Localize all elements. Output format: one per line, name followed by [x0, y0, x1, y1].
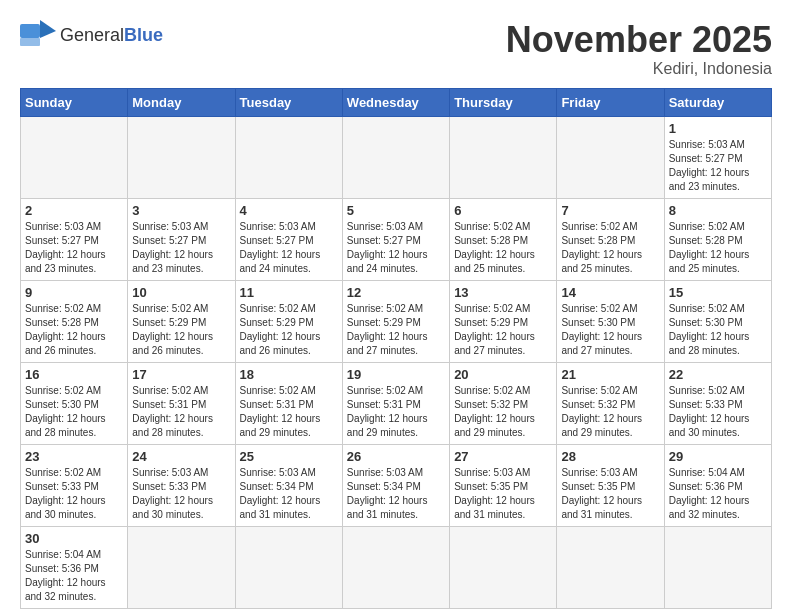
logo-icon: [20, 20, 56, 50]
day-info: Sunrise: 5:04 AM Sunset: 5:36 PM Dayligh…: [669, 466, 767, 522]
calendar-day-cell: 22Sunrise: 5:02 AM Sunset: 5:33 PM Dayli…: [664, 362, 771, 444]
calendar-day-cell: [342, 116, 449, 198]
calendar-title: November 2025: [506, 20, 772, 60]
calendar-day-cell: 26Sunrise: 5:03 AM Sunset: 5:34 PM Dayli…: [342, 444, 449, 526]
calendar-week-row: 23Sunrise: 5:02 AM Sunset: 5:33 PM Dayli…: [21, 444, 772, 526]
day-number: 10: [132, 285, 230, 300]
calendar-week-row: 16Sunrise: 5:02 AM Sunset: 5:30 PM Dayli…: [21, 362, 772, 444]
weekday-header: Monday: [128, 88, 235, 116]
calendar-day-cell: 14Sunrise: 5:02 AM Sunset: 5:30 PM Dayli…: [557, 280, 664, 362]
calendar-week-row: 2Sunrise: 5:03 AM Sunset: 5:27 PM Daylig…: [21, 198, 772, 280]
day-number: 26: [347, 449, 445, 464]
day-info: Sunrise: 5:02 AM Sunset: 5:30 PM Dayligh…: [669, 302, 767, 358]
day-number: 24: [132, 449, 230, 464]
day-info: Sunrise: 5:02 AM Sunset: 5:28 PM Dayligh…: [454, 220, 552, 276]
day-info: Sunrise: 5:03 AM Sunset: 5:33 PM Dayligh…: [132, 466, 230, 522]
day-number: 4: [240, 203, 338, 218]
day-info: Sunrise: 5:03 AM Sunset: 5:27 PM Dayligh…: [669, 138, 767, 194]
calendar-day-cell: 13Sunrise: 5:02 AM Sunset: 5:29 PM Dayli…: [450, 280, 557, 362]
calendar-day-cell: [128, 526, 235, 608]
calendar-day-cell: 11Sunrise: 5:02 AM Sunset: 5:29 PM Dayli…: [235, 280, 342, 362]
weekday-header: Sunday: [21, 88, 128, 116]
calendar-day-cell: 25Sunrise: 5:03 AM Sunset: 5:34 PM Dayli…: [235, 444, 342, 526]
day-info: Sunrise: 5:02 AM Sunset: 5:31 PM Dayligh…: [240, 384, 338, 440]
calendar-day-cell: 15Sunrise: 5:02 AM Sunset: 5:30 PM Dayli…: [664, 280, 771, 362]
day-info: Sunrise: 5:03 AM Sunset: 5:27 PM Dayligh…: [347, 220, 445, 276]
day-info: Sunrise: 5:02 AM Sunset: 5:30 PM Dayligh…: [25, 384, 123, 440]
calendar-day-cell: [450, 526, 557, 608]
calendar-week-row: 9Sunrise: 5:02 AM Sunset: 5:28 PM Daylig…: [21, 280, 772, 362]
day-number: 29: [669, 449, 767, 464]
calendar-day-cell: [342, 526, 449, 608]
day-info: Sunrise: 5:02 AM Sunset: 5:29 PM Dayligh…: [454, 302, 552, 358]
day-info: Sunrise: 5:02 AM Sunset: 5:28 PM Dayligh…: [561, 220, 659, 276]
day-number: 3: [132, 203, 230, 218]
day-info: Sunrise: 5:02 AM Sunset: 5:30 PM Dayligh…: [561, 302, 659, 358]
day-info: Sunrise: 5:02 AM Sunset: 5:29 PM Dayligh…: [240, 302, 338, 358]
day-number: 28: [561, 449, 659, 464]
day-info: Sunrise: 5:02 AM Sunset: 5:28 PM Dayligh…: [669, 220, 767, 276]
day-number: 23: [25, 449, 123, 464]
calendar-body: 1Sunrise: 5:03 AM Sunset: 5:27 PM Daylig…: [21, 116, 772, 608]
day-number: 25: [240, 449, 338, 464]
calendar-day-cell: 29Sunrise: 5:04 AM Sunset: 5:36 PM Dayli…: [664, 444, 771, 526]
day-number: 5: [347, 203, 445, 218]
calendar-day-cell: 6Sunrise: 5:02 AM Sunset: 5:28 PM Daylig…: [450, 198, 557, 280]
day-number: 22: [669, 367, 767, 382]
day-number: 7: [561, 203, 659, 218]
weekday-header: Thursday: [450, 88, 557, 116]
calendar-week-row: 1Sunrise: 5:03 AM Sunset: 5:27 PM Daylig…: [21, 116, 772, 198]
day-info: Sunrise: 5:02 AM Sunset: 5:33 PM Dayligh…: [25, 466, 123, 522]
calendar-day-cell: 28Sunrise: 5:03 AM Sunset: 5:35 PM Dayli…: [557, 444, 664, 526]
day-number: 18: [240, 367, 338, 382]
calendar-day-cell: 17Sunrise: 5:02 AM Sunset: 5:31 PM Dayli…: [128, 362, 235, 444]
day-number: 17: [132, 367, 230, 382]
calendar-day-cell: 12Sunrise: 5:02 AM Sunset: 5:29 PM Dayli…: [342, 280, 449, 362]
calendar-header: SundayMondayTuesdayWednesdayThursdayFrid…: [21, 88, 772, 116]
calendar-day-cell: [664, 526, 771, 608]
day-info: Sunrise: 5:02 AM Sunset: 5:33 PM Dayligh…: [669, 384, 767, 440]
calendar-day-cell: [21, 116, 128, 198]
weekday-header: Tuesday: [235, 88, 342, 116]
day-info: Sunrise: 5:03 AM Sunset: 5:35 PM Dayligh…: [454, 466, 552, 522]
day-info: Sunrise: 5:02 AM Sunset: 5:31 PM Dayligh…: [347, 384, 445, 440]
day-info: Sunrise: 5:03 AM Sunset: 5:27 PM Dayligh…: [240, 220, 338, 276]
day-info: Sunrise: 5:03 AM Sunset: 5:34 PM Dayligh…: [347, 466, 445, 522]
calendar-day-cell: 8Sunrise: 5:02 AM Sunset: 5:28 PM Daylig…: [664, 198, 771, 280]
weekday-header: Saturday: [664, 88, 771, 116]
day-info: Sunrise: 5:02 AM Sunset: 5:32 PM Dayligh…: [561, 384, 659, 440]
day-number: 9: [25, 285, 123, 300]
weekday-header: Friday: [557, 88, 664, 116]
day-info: Sunrise: 5:03 AM Sunset: 5:27 PM Dayligh…: [25, 220, 123, 276]
day-number: 19: [347, 367, 445, 382]
svg-rect-2: [20, 38, 40, 46]
day-info: Sunrise: 5:02 AM Sunset: 5:29 PM Dayligh…: [347, 302, 445, 358]
calendar-week-row: 30Sunrise: 5:04 AM Sunset: 5:36 PM Dayli…: [21, 526, 772, 608]
calendar-day-cell: [557, 116, 664, 198]
calendar-day-cell: [235, 526, 342, 608]
calendar-day-cell: 4Sunrise: 5:03 AM Sunset: 5:27 PM Daylig…: [235, 198, 342, 280]
logo-text: GeneralBlue: [60, 25, 163, 46]
svg-marker-1: [40, 20, 56, 38]
day-number: 12: [347, 285, 445, 300]
day-number: 14: [561, 285, 659, 300]
day-info: Sunrise: 5:02 AM Sunset: 5:32 PM Dayligh…: [454, 384, 552, 440]
day-info: Sunrise: 5:02 AM Sunset: 5:31 PM Dayligh…: [132, 384, 230, 440]
calendar-day-cell: 3Sunrise: 5:03 AM Sunset: 5:27 PM Daylig…: [128, 198, 235, 280]
day-number: 20: [454, 367, 552, 382]
day-number: 30: [25, 531, 123, 546]
calendar-day-cell: [450, 116, 557, 198]
calendar-day-cell: 18Sunrise: 5:02 AM Sunset: 5:31 PM Dayli…: [235, 362, 342, 444]
calendar-day-cell: 30Sunrise: 5:04 AM Sunset: 5:36 PM Dayli…: [21, 526, 128, 608]
day-info: Sunrise: 5:02 AM Sunset: 5:29 PM Dayligh…: [132, 302, 230, 358]
calendar-day-cell: [235, 116, 342, 198]
calendar-day-cell: 16Sunrise: 5:02 AM Sunset: 5:30 PM Dayli…: [21, 362, 128, 444]
calendar-day-cell: 19Sunrise: 5:02 AM Sunset: 5:31 PM Dayli…: [342, 362, 449, 444]
calendar-day-cell: 7Sunrise: 5:02 AM Sunset: 5:28 PM Daylig…: [557, 198, 664, 280]
day-number: 27: [454, 449, 552, 464]
calendar-day-cell: 20Sunrise: 5:02 AM Sunset: 5:32 PM Dayli…: [450, 362, 557, 444]
day-info: Sunrise: 5:03 AM Sunset: 5:35 PM Dayligh…: [561, 466, 659, 522]
day-number: 15: [669, 285, 767, 300]
calendar-subtitle: Kediri, Indonesia: [506, 60, 772, 78]
calendar-day-cell: 21Sunrise: 5:02 AM Sunset: 5:32 PM Dayli…: [557, 362, 664, 444]
